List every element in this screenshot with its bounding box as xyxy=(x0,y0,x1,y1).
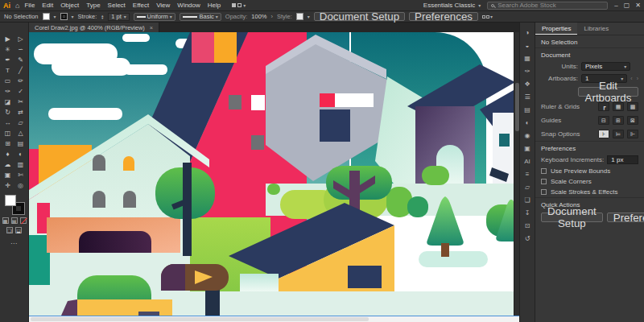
menu-effect[interactable]: Effect xyxy=(133,2,149,9)
arrange-documents-icon[interactable]: ▾ xyxy=(482,14,493,19)
corner-ruler-icon[interactable]: ┏ xyxy=(598,102,609,111)
reflect-tool[interactable]: ⇄ xyxy=(15,107,27,117)
snap-guides-icon[interactable]: ⊠ xyxy=(627,116,638,125)
graphic-styles-panel-icon[interactable]: ▣ xyxy=(522,143,533,154)
stroke-color-swatch[interactable] xyxy=(60,13,68,20)
stroke-weight-value[interactable]: 1 pt▾ xyxy=(108,13,130,21)
close-tab-icon[interactable]: × xyxy=(150,24,153,31)
stroke-weight-stepper[interactable]: ▲▼ xyxy=(101,14,104,19)
tab-libraries[interactable]: Libraries xyxy=(577,23,615,35)
chevron-down-icon[interactable]: ▾ xyxy=(308,14,310,19)
curvature-tool[interactable]: ✎ xyxy=(15,55,27,64)
color-guide-panel-icon[interactable]: ◒ xyxy=(522,40,533,51)
minimize-button[interactable]: – xyxy=(614,2,617,9)
menu-help[interactable]: Help xyxy=(208,2,221,9)
home-icon[interactable]: ⌂ xyxy=(15,2,19,10)
brushes-panel-icon[interactable]: ✑ xyxy=(522,66,533,76)
color-mode-button[interactable]: ▩ xyxy=(2,217,9,224)
opacity-value[interactable]: 100% xyxy=(251,13,266,20)
character-panel-icon[interactable]: AI xyxy=(522,156,533,167)
show-guides-icon[interactable]: ⊟ xyxy=(598,116,609,125)
gradient-tool[interactable]: ▤ xyxy=(15,138,27,148)
align-panel-icon[interactable]: ≡ xyxy=(522,169,533,180)
rotate-tool[interactable]: ↻ xyxy=(2,107,14,117)
magic-wand-tool[interactable]: ✳ xyxy=(2,44,14,54)
history-panel-icon[interactable]: ↺ xyxy=(522,233,533,244)
pen-tool[interactable]: ✒ xyxy=(2,55,14,64)
lock-guides-icon[interactable]: ⊞ xyxy=(613,116,624,125)
gradient-panel-icon[interactable]: ▤ xyxy=(522,105,533,115)
none-mode-button[interactable] xyxy=(20,217,27,224)
checkbox-box[interactable] xyxy=(541,189,547,195)
rectangle-tool[interactable]: ▭ xyxy=(2,76,14,85)
type-tool[interactable]: T xyxy=(2,65,14,75)
stroke-panel-icon[interactable]: ☰ xyxy=(522,92,533,102)
canvas-area[interactable] xyxy=(29,32,519,316)
units-select[interactable]: Pixels▾ xyxy=(581,62,630,71)
artboards-panel-icon[interactable]: ⊡ xyxy=(522,221,533,231)
menu-type[interactable]: Type xyxy=(86,2,100,9)
symbols-panel-icon[interactable]: ❖ xyxy=(522,79,533,89)
keyboard-increments-field[interactable]: 1 px xyxy=(607,155,638,164)
perspective-grid-tool[interactable]: △ xyxy=(15,128,27,138)
snap-to-point-icon[interactable]: ⊦ xyxy=(598,130,609,138)
symbol-sprayer-tool[interactable]: ☁ xyxy=(2,159,14,169)
screen-mode-button[interactable]: ⬓ xyxy=(15,227,22,233)
appearance-panel-icon[interactable]: ◉ xyxy=(522,130,533,141)
style-swatch[interactable] xyxy=(296,13,303,20)
menu-view[interactable]: View xyxy=(156,2,170,9)
fill-proxy[interactable] xyxy=(5,195,16,206)
eyedropper-tool[interactable]: ♦ xyxy=(2,149,14,159)
preferences-button[interactable]: Preferences xyxy=(607,213,644,222)
pixel-grid-icon[interactable]: ▩ xyxy=(627,102,638,111)
document-tab[interactable]: Corel Draw2.jpg @ 400% (RGB/Preview) × xyxy=(29,23,159,32)
mesh-tool[interactable]: ⊞ xyxy=(2,138,14,148)
maximize-button[interactable]: ▢ xyxy=(624,2,630,9)
pencil-tool[interactable]: ✑ xyxy=(2,86,14,96)
close-button[interactable]: ✕ xyxy=(635,2,641,9)
shaper-tool[interactable]: ✓ xyxy=(15,86,27,96)
snap-to-glyph-icon[interactable]: ⊩ xyxy=(627,130,638,138)
chevron-down-icon[interactable]: ▾ xyxy=(54,14,56,19)
width-tool[interactable]: ↔ xyxy=(2,118,14,127)
edit-toolbar-button[interactable]: ⋯ xyxy=(10,240,18,247)
next-artboard-icon[interactable]: › xyxy=(637,76,638,81)
checkbox-scale-corners[interactable]: Scale Corners xyxy=(535,176,644,187)
fill-color-swatch[interactable] xyxy=(43,13,50,20)
menu-file[interactable]: File xyxy=(24,2,35,9)
vertical-scrollbar[interactable] xyxy=(514,32,519,316)
layers-panel-icon[interactable]: ❏ xyxy=(522,195,533,205)
document-setup-button[interactable]: Document Setup xyxy=(541,213,603,222)
selection-tool[interactable]: ▶ xyxy=(2,34,14,43)
free-transform-tool[interactable]: ▱ xyxy=(15,118,27,127)
lasso-tool[interactable]: ∽ xyxy=(15,44,27,54)
opacity-chevron-icon[interactable]: › xyxy=(271,13,274,20)
menu-window[interactable]: Window xyxy=(177,2,200,9)
scissors-tool[interactable]: ✂ xyxy=(15,97,27,106)
color-panel-icon[interactable]: ◑ xyxy=(522,27,533,38)
edit-artboards-button[interactable]: Edit Artboards xyxy=(578,87,638,97)
document-setup-button[interactable]: Document Setup xyxy=(314,12,405,21)
checkbox-scale-strokes-effects[interactable]: Scale Strokes & Effects xyxy=(535,187,644,197)
brush-definition-select[interactable]: Basic▾ xyxy=(180,13,221,21)
menu-edit[interactable]: Edit xyxy=(42,2,53,9)
menu-select[interactable]: Select xyxy=(108,2,126,9)
checkbox-box[interactable] xyxy=(541,168,547,174)
search-input[interactable]: Search Adobe Stock xyxy=(487,2,608,10)
draw-mode-button[interactable]: ❏ xyxy=(6,227,13,233)
fill-stroke-swatches[interactable] xyxy=(5,195,24,214)
transform-panel-icon[interactable]: ▱ xyxy=(522,182,533,192)
blend-tool[interactable]: ◐ xyxy=(15,149,27,159)
tab-properties[interactable]: Properties xyxy=(535,23,577,35)
swatches-panel-icon[interactable]: ▦ xyxy=(522,53,533,64)
horizontal-scrollbar[interactable] xyxy=(29,316,519,322)
shape-builder-tool[interactable]: ◫ xyxy=(2,128,14,138)
paintbrush-tool[interactable]: ✏ xyxy=(15,76,27,85)
grid-icon[interactable]: ▦ xyxy=(613,102,624,111)
eraser-tool[interactable]: ◪ xyxy=(2,97,14,106)
workspace-switcher[interactable]: Essentials Classic ▾ xyxy=(423,2,481,9)
gradient-mode-button[interactable]: ▤ xyxy=(11,217,18,224)
hand-tool[interactable]: ✛ xyxy=(2,180,14,190)
preferences-button[interactable]: Preferences xyxy=(409,12,478,21)
zoom-tool[interactable]: ◎ xyxy=(15,180,27,190)
